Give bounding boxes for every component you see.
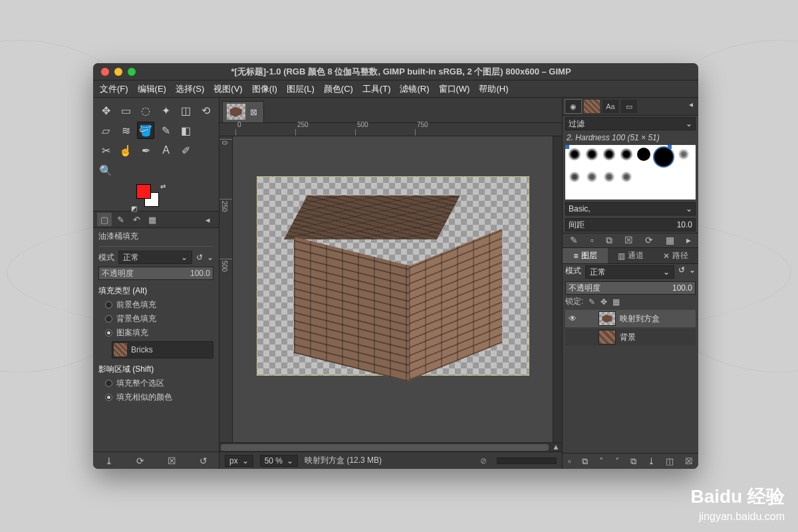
tool-rect-select[interactable]: ▭ <box>117 102 134 119</box>
layer-delete-icon[interactable]: ☒ <box>685 456 693 466</box>
menu-filters[interactable]: 滤镜(R) <box>397 82 432 96</box>
window-close-button[interactable] <box>101 68 109 76</box>
brush-item[interactable] <box>585 148 598 161</box>
reset-preset-icon[interactable]: ↺ <box>200 456 207 466</box>
radio-fill-pattern[interactable]: 图案填充 <box>98 327 213 338</box>
canvas-viewport[interactable] <box>233 136 553 442</box>
pattern-select[interactable]: Bricks <box>112 341 213 358</box>
opacity-slider[interactable]: 不透明度 100.0 <box>98 267 213 280</box>
layer-group-icon[interactable]: ⧉ <box>582 456 588 467</box>
layer-duplicate-icon[interactable]: ⧉ <box>630 456 636 467</box>
brush-new-icon[interactable]: ▫ <box>590 235 593 246</box>
menu-help[interactable]: 帮助(H) <box>476 82 511 96</box>
layer-new-icon[interactable]: ▫ <box>568 456 571 466</box>
tab-patterns[interactable] <box>584 100 600 113</box>
menu-view[interactable]: 视图(V) <box>211 82 245 96</box>
default-colors-icon[interactable]: ◩ <box>131 205 137 212</box>
tool-zoom[interactable]: 🔍 <box>97 162 114 179</box>
brush-item[interactable] <box>602 148 616 161</box>
layer-merge-icon[interactable]: ⤓ <box>648 456 655 466</box>
brush-item-selected[interactable] <box>654 148 673 166</box>
ruler-vertical[interactable]: 0 250 500 <box>219 136 233 442</box>
layer-mask-icon[interactable]: ◫ <box>666 456 674 466</box>
layer-opacity-slider[interactable]: 不透明度 100.0 <box>565 281 696 295</box>
tab-fonts[interactable]: Aa <box>602 100 618 113</box>
brush-duplicate-icon[interactable]: ⧉ <box>606 235 612 246</box>
tool-color-picker[interactable]: ✐ <box>178 142 195 159</box>
tool-perspective[interactable]: ▱ <box>97 122 114 139</box>
menu-layer[interactable]: 图层(L) <box>284 82 317 96</box>
brush-item[interactable] <box>568 148 581 161</box>
tool-paintbrush[interactable]: ✎ <box>157 122 174 139</box>
radio-fill-fg[interactable]: 前景色填充 <box>98 299 213 311</box>
radio-affect-whole[interactable]: 填充整个选区 <box>98 378 213 389</box>
swap-colors-icon[interactable]: ⇄ <box>160 183 166 190</box>
tool-path[interactable]: ✒ <box>137 142 154 159</box>
layer-up-icon[interactable]: ˄ <box>599 456 604 466</box>
tab-menu-icon-right[interactable]: ◂ <box>686 100 696 113</box>
fg-color-swatch[interactable] <box>136 184 151 199</box>
brush-asgrid-icon[interactable]: ▦ <box>666 235 674 246</box>
tool-crop[interactable]: ◫ <box>178 102 195 119</box>
radio-fill-bg[interactable]: 背景色填充 <box>98 313 213 325</box>
lock-pixels-icon[interactable]: ✎ <box>589 297 595 307</box>
brush-item[interactable] <box>620 148 633 161</box>
tab-history[interactable]: ▭ <box>621 100 637 113</box>
vertical-scrollbar[interactable] <box>553 136 562 442</box>
brush-refresh-icon[interactable]: ⟳ <box>645 235 653 246</box>
menu-edit[interactable]: 编辑(E) <box>135 82 169 96</box>
unit-select[interactable]: px⌄ <box>225 455 253 467</box>
brush-item[interactable] <box>602 170 616 184</box>
lock-position-icon[interactable]: ✥ <box>600 297 607 307</box>
brush-item[interactable] <box>568 170 581 184</box>
brush-item[interactable] <box>637 148 650 161</box>
tool-move[interactable]: ✥ <box>97 102 114 119</box>
brush-delete-icon[interactable]: ☒ <box>624 235 633 246</box>
tab-undo-history[interactable]: ↶ <box>129 213 144 226</box>
layer-row-1[interactable]: 👁 映射到方盒 <box>565 310 696 327</box>
menu-select[interactable]: 选择(S) <box>173 82 207 96</box>
layer-mode-select[interactable]: 正常⌄ <box>585 265 674 279</box>
brush-preset-select[interactable]: Basic,⌄ <box>565 202 696 215</box>
menu-windows[interactable]: 窗口(W) <box>436 82 473 96</box>
color-swatches[interactable]: ⇄ ◩ <box>136 184 170 211</box>
zoom-select[interactable]: 50 %⌄ <box>260 455 298 467</box>
image-tab-close-icon[interactable]: ⊠ <box>248 107 259 117</box>
delete-preset-icon[interactable]: ☒ <box>168 456 176 466</box>
layer-down-icon[interactable]: ˅ <box>615 456 620 466</box>
tool-bucket-fill[interactable]: 🪣 <box>137 122 154 139</box>
tool-free-select[interactable]: ◌ <box>137 102 154 119</box>
mode-select[interactable]: 正常⌄ <box>118 251 192 264</box>
brush-filter-select[interactable]: 过滤⌄ <box>565 117 696 130</box>
brush-grid[interactable] <box>565 145 696 200</box>
tab-channels[interactable]: ▥ 通道 <box>608 248 653 263</box>
brush-edit-icon[interactable]: ✎ <box>570 235 578 246</box>
menu-colors[interactable]: 颜色(C) <box>321 82 356 96</box>
layer-name-1[interactable]: 映射到方盒 <box>620 313 660 325</box>
tool-smudge[interactable]: ☝ <box>117 142 134 159</box>
window-zoom-button[interactable] <box>128 68 136 76</box>
brush-open-icon[interactable]: ▸ <box>686 235 691 246</box>
cancel-icon[interactable]: ⊘ <box>477 456 490 466</box>
menu-tools[interactable]: 工具(T) <box>360 82 394 96</box>
brush-spacing-slider[interactable]: 间距 10.0 <box>565 218 696 231</box>
ruler-horizontal[interactable]: 0 250 500 750 <box>219 123 562 136</box>
tab-brushes[interactable]: ◉ <box>565 100 581 113</box>
canvas[interactable] <box>257 176 529 376</box>
radio-affect-similar[interactable]: 填充相似的颜色 <box>98 392 213 403</box>
image-tab-1[interactable]: ⊠ <box>222 101 264 122</box>
window-minimize-button[interactable] <box>114 68 122 76</box>
tab-tool-options[interactable]: ▢ <box>97 213 112 226</box>
restore-preset-icon[interactable]: ⟳ <box>136 456 144 466</box>
brush-item[interactable] <box>677 148 690 161</box>
layer-name-2[interactable]: 背景 <box>620 332 636 343</box>
menu-file[interactable]: 文件(F) <box>97 82 131 96</box>
tab-layers[interactable]: ≡ 图层 <box>563 248 608 263</box>
tool-text[interactable]: A <box>157 142 174 159</box>
brush-item[interactable] <box>620 170 633 184</box>
mode-reset-icon[interactable]: ↺ <box>196 253 203 262</box>
tab-device-status[interactable]: ✎ <box>113 213 128 226</box>
layer-row-2[interactable]: 👁 背景 <box>565 329 696 346</box>
tool-warp[interactable]: ≋ <box>117 122 134 139</box>
lock-alpha-icon[interactable]: ▦ <box>612 297 620 307</box>
